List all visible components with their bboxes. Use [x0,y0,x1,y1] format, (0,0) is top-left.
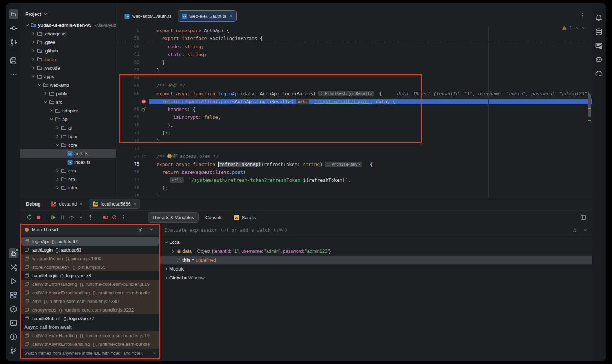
gutter-line-72[interactable]: 72 [116,138,149,143]
variable-row-Global[interactable]: Global = Window [160,273,592,282]
chevron-down-icon[interactable] [164,240,169,245]
stack-frame-handleLogin[interactable]: handleLogin(), login.vue:78 [20,271,160,280]
code-line-76[interactable]: 76 return baseRequestClient.post( [116,168,592,176]
stack-frame-callWithAsyncErrorHandling[interactable]: callWithAsyncErrorHandling(), runtime-co… [20,288,160,297]
chevron-right-icon[interactable] [54,168,60,173]
code-line-67[interactable]: return requestClient.post<AuthApi.LoginR… [116,97,592,105]
toolstrip-version-control-button[interactable] [9,346,18,355]
debug-view-tab-Console[interactable]: Console [201,212,227,223]
gutter-line-75[interactable]: 75 [116,162,149,167]
debug-session-tab-dev:antd[interactable]: ndev:antd× [47,199,86,209]
layout-settings-icon[interactable] [578,213,588,222]
chevron-down-icon[interactable] [30,74,36,79]
variable-row-Module[interactable]: Module [160,264,592,273]
expand-evaluate-icon[interactable] [583,227,588,232]
gutter-line-69[interactable]: 69 [116,115,149,120]
gutter-line-70[interactable]: 70 [116,122,149,127]
debug-session-tab-localhost:5666[interactable]: JSlocalhost:5666× [89,199,140,209]
stack-frame-store.<computed>[interactable]: store.<computed>(), pinia.mjs:955 [20,263,160,271]
mute-breakpoints-button[interactable] [110,213,119,222]
code-text[interactable]: export namespace AuthApi { [149,28,592,33]
chevron-right-icon[interactable] [170,249,176,254]
code-text[interactable]: export async function loginApi(data: Aut… [149,91,592,96]
toolstrip-more-button[interactable] [9,70,18,79]
stack-frame-wrappedAction[interactable]: wrappedAction(), pinia.mjs:1400 [20,254,160,263]
toolstrip-notifications-button[interactable] [594,13,604,22]
gutter-line-65[interactable]: 65 [116,83,149,88]
stack-frame-emit[interactable]: emit(), runtime-core.esm-bundler.js:4380 [20,297,160,305]
toolstrip-database-button[interactable] [594,27,604,36]
editor-tab-web-antd/.../auth.ts[interactable]: TSweb-antd/.../auth.ts [120,10,176,22]
editor-scrollbar[interactable] [588,94,591,117]
tree-item-web-antd[interactable]: web-antd [20,81,116,89]
tree-item-.github[interactable]: .github [20,46,116,55]
code-text[interactable]: /** 刷新 accessToken */ [149,153,592,160]
stack-frame-callWithErrorHandling[interactable]: callWithErrorHandling(), runtime-core.es… [20,280,160,288]
chevron-down-icon[interactable] [36,82,42,87]
variable-row-this[interactable]: 1001this = undefined [160,256,592,264]
code-line-79[interactable]: 79} [116,192,592,197]
debug-view-tab-Threads & Variables[interactable]: Threads & Variables [148,212,199,223]
code-line-66[interactable]: 66export async function loginApi(data: A… [116,90,592,97]
code-line-62[interactable]: 62 } [116,58,592,66]
variable-row-data[interactable]: data = Object {tenantId: "1", username: … [160,247,592,256]
chevron-right-icon[interactable] [30,65,36,70]
code-line-72[interactable]: 72} [116,137,592,145]
chevron-right-icon[interactable] [54,177,60,182]
prev-problem-icon[interactable] [574,26,579,30]
gutter-line-5[interactable]: 5 [116,28,149,33]
stack-frame-authLogin[interactable]: authLogin(), auth.ts:63 [20,246,160,254]
code-line-74[interactable]: 74/** 刷新 accessToken */ [116,152,592,160]
chevron-right-icon[interactable] [164,267,169,272]
code-text[interactable]: url: `/system/auth/refresh-token?refresh… [149,177,592,183]
gutter-line-64[interactable]: 64 [116,75,149,80]
stop-button[interactable] [34,213,43,222]
code-text[interactable]: } [149,193,592,197]
toolstrip-services-button[interactable] [9,290,18,300]
gutter-line-71[interactable]: 71 [116,130,149,135]
tree-item-infra[interactable]: infra [20,183,116,192]
code-line-65[interactable]: 65/** 登录 */ [116,82,592,90]
code-line-71[interactable]: 71 }); [116,129,592,137]
toolstrip-ai-chat-button[interactable] [594,41,604,50]
variable-row-Local[interactable]: Local [160,238,592,247]
code-line-63[interactable]: 63} [116,66,592,74]
code-line-77[interactable]: 77 url: `/system/auth/refresh-token?refr… [116,176,592,184]
tree-item-core[interactable]: core [20,141,116,149]
intention-bulb-icon[interactable]: 刷 [168,153,172,160]
rerun-button[interactable] [25,213,34,222]
thread-header[interactable]: Main Thread [20,224,160,235]
chevron-right-icon[interactable] [54,125,60,130]
code-text[interactable]: } [149,60,592,65]
chevron-right-icon[interactable] [54,134,60,139]
gutter-line-62[interactable]: 62 [116,60,149,65]
toolstrip-copilot-button[interactable] [594,55,604,64]
chevron-right-icon[interactable] [164,275,169,280]
tree-item-.changeset[interactable]: .changeset [20,29,116,38]
tree-item-api[interactable]: api [20,115,116,123]
toolstrip-run-button[interactable] [9,276,18,286]
chevron-down-icon[interactable] [148,227,155,232]
tree-item-apps[interactable]: apps [20,72,116,81]
step-into-button[interactable] [76,213,86,222]
toolstrip-commit-button[interactable] [9,23,18,33]
project-panel-header[interactable]: Project [20,9,116,19]
toolstrip-debug-button[interactable] [9,248,18,258]
tree-item-auth.ts[interactable]: TSauth.ts [20,149,116,158]
toolstrip-project-button[interactable] [9,9,18,19]
code-text[interactable]: isEncrypt: false, [149,115,592,120]
stack-frame-handleSubmit[interactable]: handleSubmit(), login.vue:77 [20,314,160,323]
code-line-78[interactable]: 78 ); [116,184,592,192]
tree-item-adapter[interactable]: adapter [20,106,116,115]
close-icon[interactable]: × [80,201,83,207]
code-line-68[interactable]: 68 headers: { [116,105,592,113]
step-out-button[interactable] [86,213,95,222]
code-line-69[interactable]: 69 isEncrypt: false, [116,113,592,121]
toolstrip-cloud-tools-button[interactable] [594,69,604,78]
stack-frame-callWithErrorHandling[interactable]: callWithErrorHandling(), runtime-core.es… [20,331,160,340]
gutter-line-68[interactable]: 68 [116,107,149,112]
toolstrip-profiler-button[interactable] [9,304,18,314]
code-line-58[interactable]: 58 export interface SocialLoginParams { [116,34,592,42]
chevron-right-icon[interactable] [30,48,36,53]
code-line-61[interactable]: 61 state: string; [116,50,592,58]
